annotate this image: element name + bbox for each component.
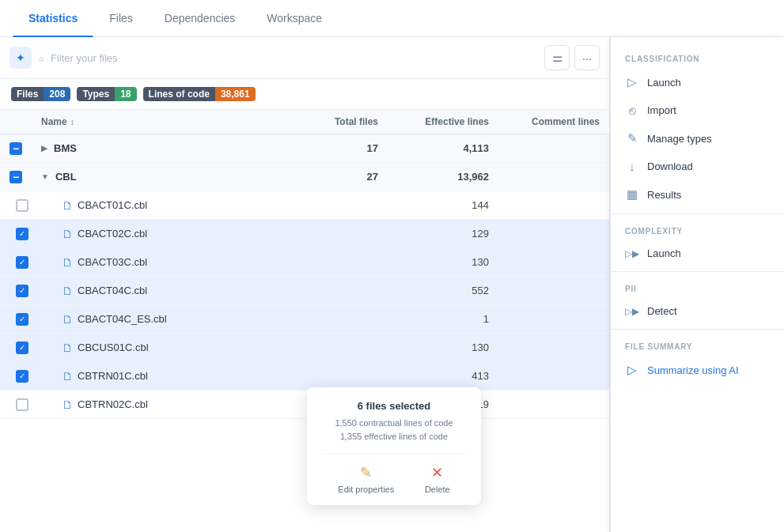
menu-item-label: Detect [647, 305, 677, 317]
menu-item-download[interactable]: ↓ Download [611, 153, 784, 180]
table-header: Name ↕ Total files Effective lines Comme… [0, 110, 609, 134]
table-row[interactable]: ✓ 🗋 CBCUS01C.cbl 130 [0, 334, 609, 362]
row-name: CBACT02C.cbl [78, 228, 147, 240]
table-row[interactable]: ✓ 🗋 CBACT04C.cbl 552 [0, 277, 609, 305]
menu-item-import[interactable]: ⎋ Import [611, 96, 784, 124]
loc-badge: Lines of code 38,861 [143, 87, 256, 101]
summarize-icon: ▷ [625, 363, 639, 377]
filter-placeholder: Filter your files [51, 52, 118, 64]
loc-badge-value: 38,861 [215, 87, 256, 101]
row-effective-lines: 552 [378, 285, 489, 296]
file-icon: 🗋 [62, 285, 73, 297]
types-badge-value: 18 [115, 87, 136, 101]
row-checkbox[interactable]: ✓ [16, 370, 28, 383]
tab-statistics[interactable]: Statistics [13, 0, 93, 37]
row-effective-lines: 4,113 [378, 142, 489, 154]
section-title-complexity: COMPLEXITY [611, 219, 784, 240]
tab-workspace[interactable]: Workspace [251, 0, 338, 37]
header-check [9, 116, 41, 127]
edit-label: Edit properties [338, 485, 394, 494]
left-panel: ✦ ⬦ Filter your files ⚌ ··· Files 208 [0, 37, 610, 532]
menu-item-label: Launch [647, 77, 681, 89]
edit-properties-button[interactable]: ✎ Edit properties [338, 464, 394, 494]
sparkle-button[interactable]: ✦ [9, 47, 32, 69]
table-row[interactable]: 🗋 CBACT01C.cbl 144 [0, 191, 609, 220]
menu-item-detect[interactable]: ▷▶ Detect [611, 298, 784, 324]
popup-stat1: 1,550 contractual lines of code [323, 417, 465, 430]
table-row[interactable]: ✓ 🗋 CBACT04C_ES.cbl 1 [0, 305, 609, 334]
header-name: Name ↕ [41, 116, 283, 127]
results-icon: ▦ [625, 187, 639, 202]
download-icon: ↓ [625, 160, 639, 173]
detect-icon: ▷▶ [625, 306, 639, 317]
right-panel: CLASSIFICATION ▷ Launch ⎋ Import ✎ Manag… [610, 37, 784, 532]
menu-item-launch-complex[interactable]: ▷▶ Launch [611, 240, 784, 266]
menu-item-label: Download [647, 160, 693, 172]
row-name: CBTRN02C.cbl [78, 398, 148, 410]
header-comment-lines: Comment lines [489, 116, 600, 127]
header-total-files: Total files [283, 116, 378, 127]
delete-label: Delete [425, 485, 450, 494]
menu-item-label: Import [647, 104, 676, 116]
row-checkbox[interactable]: − [9, 171, 22, 183]
file-icon: 🗋 [62, 313, 73, 326]
toolbar: ✦ ⬦ Filter your files ⚌ ··· [0, 37, 609, 79]
file-icon: 🗋 [62, 341, 73, 354]
sliders-button[interactable]: ⚌ [544, 45, 570, 70]
menu-item-label: Results [647, 189, 681, 201]
table-row[interactable]: − ▶ BMS 17 4,113 [0, 134, 609, 163]
table-row[interactable]: ✓ 🗋 CBACT02C.cbl 129 [0, 220, 609, 248]
row-checkbox[interactable] [16, 199, 28, 212]
tab-files[interactable]: Files [93, 0, 149, 37]
row-name: CBACT03C.cbl [78, 256, 147, 268]
table-row[interactable]: 🗋 CBTRN02C.cbl 619 [0, 391, 609, 419]
popup-title: 6 files selected [323, 400, 465, 412]
types-badge: Types 18 [77, 87, 136, 101]
menu-item-label: Summarize using AI [647, 364, 739, 376]
row-name: CBCUS01C.cbl [78, 341, 149, 353]
header-effective-lines: Effective lines [378, 116, 489, 127]
more-options-icon: ··· [582, 51, 593, 65]
manage-types-icon: ✎ [625, 131, 639, 145]
expand-icon: ▼ [41, 172, 49, 181]
row-effective-lines: 129 [378, 228, 489, 240]
table-row[interactable]: ✓ 🗋 CBACT03C.cbl 130 [0, 248, 609, 277]
tab-dependencies[interactable]: Dependencies [149, 0, 252, 37]
launch-complex-icon: ▷▶ [625, 248, 639, 259]
menu-item-manage-types[interactable]: ✎ Manage types [611, 124, 784, 153]
row-checkbox[interactable]: ✓ [16, 285, 28, 297]
more-options-button[interactable]: ··· [574, 45, 600, 70]
menu-divider [611, 271, 784, 272]
menu-item-results[interactable]: ▦ Results [611, 180, 784, 209]
row-checkbox[interactable]: ✓ [16, 228, 28, 240]
row-name: CBL [55, 171, 77, 183]
row-checkbox[interactable]: ✓ [16, 341, 28, 354]
delete-button[interactable]: ✕ Delete [425, 464, 450, 494]
filter-input-wrapper[interactable]: ⬦ Filter your files [38, 51, 538, 64]
row-checkbox[interactable]: ✓ [16, 313, 28, 326]
row-name: CBACT01C.cbl [78, 199, 147, 211]
row-checkbox[interactable] [16, 398, 28, 411]
edit-icon: ✎ [360, 464, 372, 481]
menu-item-summarize-ai[interactable]: ▷ Summarize using AI [611, 356, 784, 384]
section-title-file-summary: FILE SUMMARY [611, 334, 784, 356]
file-icon: 🗋 [62, 228, 73, 240]
table-row[interactable]: − ▼ CBL 27 13,962 [0, 163, 609, 191]
sort-icon: ↕ [70, 118, 74, 126]
menu-item-label: Manage types [647, 133, 712, 145]
row-effective-lines: 130 [378, 256, 489, 268]
row-checkbox[interactable]: ✓ [16, 256, 28, 269]
files-badge: Files 208 [11, 87, 70, 101]
table-row[interactable]: ✓ 🗋 CBTRN01C.cbl 413 [0, 362, 609, 391]
menu-item-launch-class[interactable]: ▷ Launch [611, 68, 784, 96]
file-icon: 🗋 [62, 256, 73, 269]
menu-divider [611, 329, 784, 330]
row-total-files: 27 [283, 171, 378, 183]
tabs-bar: Statistics Files Dependencies Workspace [0, 0, 784, 37]
row-effective-lines: 1 [378, 313, 489, 325]
row-checkbox[interactable]: − [9, 142, 22, 155]
row-name: CBACT04C_ES.cbl [78, 313, 167, 325]
row-effective-lines: 144 [378, 199, 489, 211]
expand-icon: ▶ [41, 144, 47, 153]
row-name: CBACT04C.cbl [78, 285, 147, 296]
